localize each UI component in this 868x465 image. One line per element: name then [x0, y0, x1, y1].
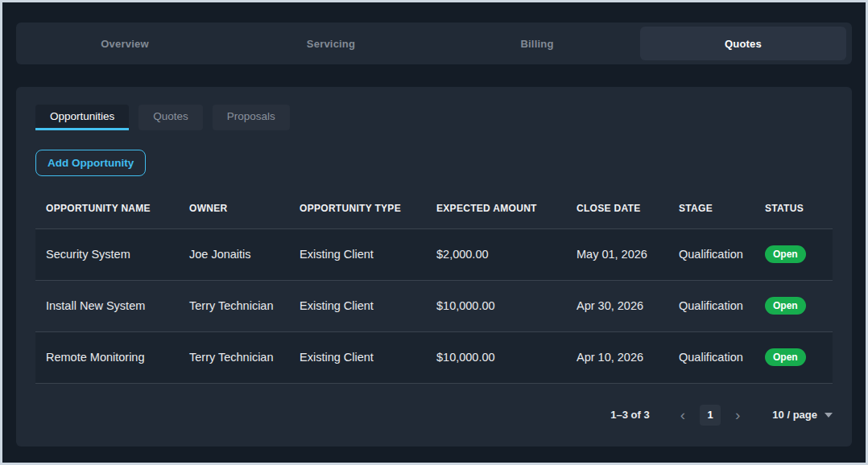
- subtab-bar: OpportunitiesQuotesProposals: [35, 105, 833, 130]
- cell-status: Open: [754, 331, 833, 383]
- table-row[interactable]: Install New SystemTerry TechnicianExisti…: [35, 280, 833, 331]
- cell-name: Security System: [35, 228, 179, 280]
- cell-type: Existing Client: [289, 331, 426, 383]
- cell-amount: $10,000.00: [426, 280, 566, 331]
- pagination-range: 1–3 of 3: [610, 409, 649, 421]
- table-row[interactable]: Remote MonitoringTerry TechnicianExistin…: [35, 331, 833, 383]
- cell-name: Install New System: [35, 280, 179, 331]
- subtab-opportunities[interactable]: Opportunities: [35, 105, 129, 130]
- pagination-bar: 1–3 of 3 ‹ 1 › 10 / page: [35, 405, 833, 426]
- current-page-button[interactable]: 1: [700, 405, 721, 426]
- cell-close_date: May 01, 2026: [566, 228, 668, 280]
- subtab-quotes[interactable]: Quotes: [138, 105, 203, 130]
- cell-amount: $2,000.00: [426, 228, 566, 280]
- opportunities-table: OPPORTUNITY NAMEOWNEROPPORTUNITY TYPEEXP…: [35, 189, 833, 384]
- add-opportunity-button[interactable]: Add Opportunity: [35, 150, 146, 176]
- prev-page-button[interactable]: ‹: [672, 407, 693, 422]
- page-size-label: 10 / page: [772, 409, 817, 421]
- table-row[interactable]: Security SystemJoe JonaitisExisting Clie…: [35, 228, 833, 280]
- cell-name: Remote Monitoring: [35, 331, 179, 383]
- page-size-select[interactable]: 10 / page: [772, 409, 833, 421]
- status-badge: Open: [765, 297, 806, 315]
- column-header-type: OPPORTUNITY TYPE: [289, 189, 426, 228]
- cell-owner: Terry Technician: [179, 331, 289, 383]
- column-header-close_date: CLOSE DATE: [566, 189, 668, 228]
- tab-quotes[interactable]: Quotes: [640, 27, 846, 60]
- column-header-name: OPPORTUNITY NAME: [35, 189, 179, 228]
- tab-servicing[interactable]: Servicing: [228, 27, 434, 60]
- cell-owner: Joe Jonaitis: [179, 228, 289, 280]
- column-header-stage: STAGE: [668, 189, 754, 228]
- chevron-down-icon: [825, 413, 833, 418]
- table-header: OPPORTUNITY NAMEOWNEROPPORTUNITY TYPEEXP…: [35, 189, 833, 228]
- subtab-proposals[interactable]: Proposals: [213, 105, 290, 130]
- cell-status: Open: [754, 280, 833, 331]
- tab-overview[interactable]: Overview: [22, 27, 228, 60]
- cell-close_date: Apr 10, 2026: [566, 331, 668, 383]
- cell-stage: Qualification: [668, 331, 754, 383]
- cell-type: Existing Client: [289, 280, 426, 331]
- cell-status: Open: [754, 228, 833, 280]
- cell-amount: $10,000.00: [426, 331, 566, 383]
- cell-close_date: Apr 30, 2026: [566, 280, 668, 331]
- status-badge: Open: [765, 348, 806, 366]
- cell-type: Existing Client: [289, 228, 426, 280]
- cell-stage: Qualification: [668, 228, 754, 280]
- app-root: OverviewServicingBillingQuotes Opportuni…: [0, 0, 868, 465]
- cell-owner: Terry Technician: [179, 280, 289, 331]
- column-header-amount: EXPECTED AMOUNT: [426, 189, 566, 228]
- status-badge: Open: [765, 245, 806, 263]
- cell-stage: Qualification: [668, 280, 754, 331]
- tab-billing[interactable]: Billing: [434, 27, 640, 60]
- table-header-row: OPPORTUNITY NAMEOWNEROPPORTUNITY TYPEEXP…: [35, 189, 833, 228]
- table-body: Security SystemJoe JonaitisExisting Clie…: [35, 228, 833, 383]
- column-header-owner: OWNER: [179, 189, 289, 228]
- top-tab-bar: OverviewServicingBillingQuotes: [16, 23, 852, 64]
- column-header-status: STATUS: [754, 189, 833, 228]
- content-card: OpportunitiesQuotesProposals Add Opportu…: [16, 87, 852, 446]
- next-page-button[interactable]: ›: [727, 407, 748, 422]
